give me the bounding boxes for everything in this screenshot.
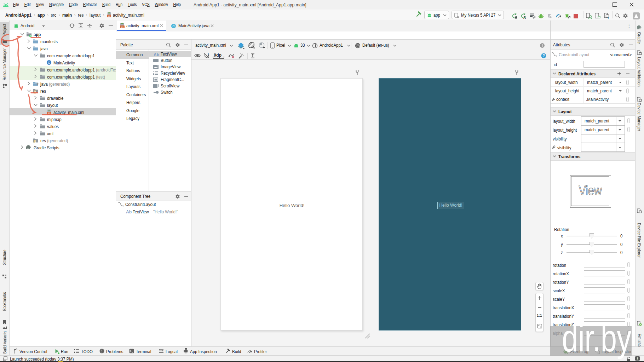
svg-text:C: C xyxy=(172,24,175,28)
svg-text:A: A xyxy=(523,16,526,19)
svg-text:<>: <> xyxy=(121,26,124,29)
svg-text:<>: <> xyxy=(108,15,111,17)
svg-text:!: ! xyxy=(637,357,638,360)
svg-text:?: ? xyxy=(542,54,545,58)
svg-text:C: C xyxy=(48,61,50,64)
